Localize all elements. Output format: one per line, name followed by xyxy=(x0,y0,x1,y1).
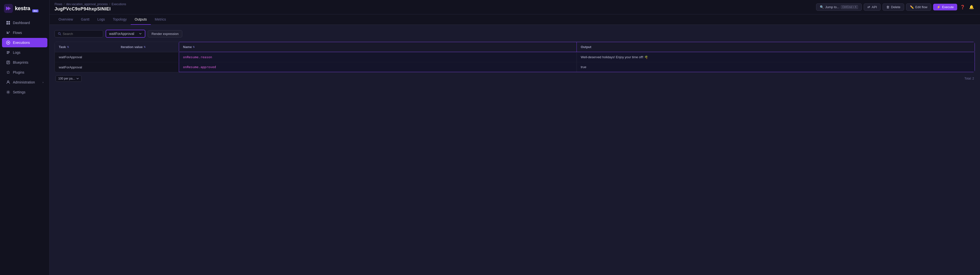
plugin-icon xyxy=(6,70,10,74)
sidebar-item-dashboard[interactable]: Dashboard xyxy=(2,18,47,27)
breadcrumb-sep-2: / xyxy=(109,3,110,6)
svg-point-19 xyxy=(8,81,9,82)
svg-point-8 xyxy=(9,32,10,32)
col-header-iteration: Iteration value ⇅ xyxy=(117,42,179,52)
sidebar-item-settings[interactable]: Settings xyxy=(2,87,47,97)
api-icon: ⇄ xyxy=(867,5,870,9)
breadcrumb-flows[interactable]: Flows xyxy=(54,3,62,6)
svg-rect-4 xyxy=(8,21,10,22)
sidebar-item-blueprints[interactable]: Blueprints xyxy=(2,58,47,67)
search-box[interactable] xyxy=(54,30,103,37)
cell-name-output-2: onResume.approved true xyxy=(179,62,975,72)
svg-rect-3 xyxy=(6,21,8,22)
sidebar-item-executions[interactable]: Executions xyxy=(2,38,47,47)
per-page-chevron-icon xyxy=(76,77,79,80)
sidebar-item-label: Administration xyxy=(13,80,35,84)
breadcrumb-sep-1: / xyxy=(64,3,64,6)
tab-logs[interactable]: Logs xyxy=(94,14,109,25)
search-icon xyxy=(58,32,61,35)
col-header-task: Task ⇅ xyxy=(55,42,117,52)
breadcrumb: Flows / dev.vacation_approval_process / … xyxy=(54,3,126,6)
topbar: Flows / dev.vacation_approval_process / … xyxy=(49,0,980,14)
delete-button[interactable]: 🗑 Delete xyxy=(883,3,904,11)
search-icon: 🔍 xyxy=(820,5,824,9)
lightning-icon: ⚡ xyxy=(937,5,940,9)
cell-output-2: true xyxy=(577,62,975,72)
edit-flow-button[interactable]: ✏️ Edit flow xyxy=(906,3,931,11)
svg-point-20 xyxy=(8,92,9,93)
cell-task-2: waitForApproval xyxy=(55,62,117,72)
table-row: waitForApproval onResume.approved true xyxy=(55,62,975,72)
delete-label: Delete xyxy=(891,5,900,9)
tab-topology[interactable]: Topology xyxy=(109,14,131,25)
sidebar-item-label: Blueprints xyxy=(13,60,28,65)
cell-iteration-2 xyxy=(117,62,179,72)
table-header: Task ⇅ Iteration value ⇅ Name ⇅ Output xyxy=(55,42,975,52)
page-title: JugPVcC9oP94hxpSINIEl xyxy=(54,6,126,12)
svg-rect-14 xyxy=(7,53,9,54)
sort-icon-iteration[interactable]: ⇅ xyxy=(143,46,146,48)
cell-name-1: onResume.reason xyxy=(179,52,577,62)
jump-to-label: Jump to... xyxy=(825,5,839,9)
sidebar-nav: Dashboard Flows Executions Logs Blueprin xyxy=(0,16,49,275)
jump-shortcut: Ctrl/Cmd + K xyxy=(841,5,858,9)
notification-button[interactable]: 🔔 xyxy=(968,4,975,10)
sort-icon-name[interactable]: ⇅ xyxy=(192,46,195,48)
tabs: Overview Gantt Logs Topology Outputs Met… xyxy=(49,14,980,25)
tab-outputs[interactable]: Outputs xyxy=(131,14,151,25)
cell-iteration-1 xyxy=(117,52,179,62)
total-count: Total: 2 xyxy=(964,77,974,80)
sidebar: kestra dev Dashboard Flows Executions xyxy=(0,0,49,275)
task-filter-value: waitForApproval xyxy=(109,32,134,36)
topbar-left: Flows / dev.vacation_approval_process / … xyxy=(54,3,126,12)
trash-icon: 🗑 xyxy=(886,5,889,9)
svg-line-22 xyxy=(60,34,61,35)
cell-name-2: onResume.approved xyxy=(179,62,577,72)
play-icon xyxy=(6,40,10,45)
svg-point-7 xyxy=(7,32,8,32)
render-expression-button[interactable]: Render expression xyxy=(148,30,182,37)
svg-rect-12 xyxy=(7,51,10,52)
pagination-bar: 100 per pa... Total: 2 xyxy=(54,75,975,82)
sidebar-item-label: Plugins xyxy=(13,70,24,74)
edit-icon: ✏️ xyxy=(910,5,914,9)
svg-rect-6 xyxy=(8,23,10,25)
execute-button[interactable]: ⚡ Execute xyxy=(933,4,957,10)
main-content: Flows / dev.vacation_approval_process / … xyxy=(49,0,980,275)
sidebar-item-administration[interactable]: Administration › xyxy=(2,77,47,87)
per-page-select[interactable]: 100 per pa... xyxy=(56,75,81,82)
sidebar-item-logs[interactable]: Logs xyxy=(2,48,47,57)
kestra-logo-icon xyxy=(4,4,13,13)
sort-icon-task[interactable]: ⇅ xyxy=(67,46,69,48)
api-button[interactable]: ⇄ API xyxy=(864,3,881,11)
dev-badge: dev xyxy=(32,9,39,13)
col-header-output: Output xyxy=(577,42,975,52)
filter-bar: waitForApproval Render expression xyxy=(54,30,975,38)
sidebar-item-label: Logs xyxy=(13,51,20,54)
tab-metrics[interactable]: Metrics xyxy=(151,14,170,25)
cell-output-1: Well-deserved holidays! Enjoy your time … xyxy=(577,52,975,62)
tab-overview[interactable]: Overview xyxy=(54,14,77,25)
tab-gantt[interactable]: Gantt xyxy=(77,14,93,25)
sidebar-item-flows[interactable]: Flows xyxy=(2,28,47,37)
breadcrumb-namespace[interactable]: dev.vacation_approval_process xyxy=(66,3,108,6)
per-page-label: 100 per pa... xyxy=(58,77,75,80)
search-input[interactable] xyxy=(63,32,100,36)
sidebar-item-plugins[interactable]: Plugins xyxy=(2,68,47,77)
table-row: waitForApproval onResume.reason Well-des… xyxy=(55,52,975,62)
chevron-right-icon: › xyxy=(43,81,43,84)
task-filter-dropdown[interactable]: waitForApproval xyxy=(106,30,145,38)
col-header-name: Name ⇅ xyxy=(179,42,577,52)
edit-label: Edit flow xyxy=(915,5,928,9)
svg-point-21 xyxy=(58,32,60,35)
sidebar-item-label: Flows xyxy=(13,31,22,35)
logo-text: kestra xyxy=(15,5,30,12)
cell-name-output-1: onResume.reason Well-deserved holidays! … xyxy=(179,52,975,62)
topbar-actions: 🔍 Jump to... Ctrl/Cmd + K ⇄ API 🗑 Delete… xyxy=(816,3,975,11)
help-button[interactable]: ❓ xyxy=(959,4,966,10)
breadcrumb-executions[interactable]: Executions xyxy=(111,3,126,6)
chevron-down-icon xyxy=(139,32,142,35)
api-label: API xyxy=(872,5,877,9)
jump-to-button[interactable]: 🔍 Jump to... Ctrl/Cmd + K xyxy=(816,3,862,11)
svg-point-9 xyxy=(8,33,9,34)
